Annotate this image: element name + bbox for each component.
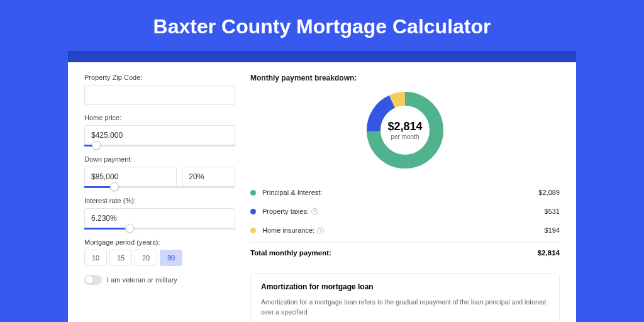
zip-label: Property Zip Code:: [84, 74, 235, 81]
zip-input[interactable]: [84, 85, 235, 105]
down-payment-amount-input[interactable]: [84, 167, 177, 187]
legend-dot-icon: [250, 190, 256, 196]
slider-thumb[interactable]: [92, 141, 101, 150]
down-payment-label: Down payment:: [84, 155, 235, 163]
total-label: Total monthly payment:: [250, 249, 331, 257]
calculator-card: Property Zip Code: Home price: Down paym…: [68, 62, 576, 322]
veteran-label: I am veteran or military: [107, 276, 177, 284]
slider-fill: [84, 228, 130, 230]
period-btn-20[interactable]: 20: [135, 250, 157, 266]
legend-label-text: Property taxes:: [262, 208, 309, 215]
info-icon[interactable]: ?: [311, 208, 318, 215]
donut-sub: per month: [391, 133, 419, 140]
legend-insurance: Home insurance: ? $194: [250, 221, 560, 240]
legend-label-text: Home insurance:: [262, 226, 314, 234]
total-row: Total monthly payment: $2,814: [250, 242, 560, 263]
page-title: Baxter County Mortgage Calculator: [0, 0, 644, 51]
legend-dot-icon: [250, 228, 256, 233]
legend-value: $194: [545, 226, 560, 234]
donut-chart-wrap: $2,814 per month: [250, 90, 560, 170]
mortgage-period-field: Mortgage period (years): 10 15 20 30: [84, 238, 235, 266]
info-icon[interactable]: ?: [317, 227, 324, 234]
period-buttons: 10 15 20 30: [84, 250, 235, 266]
legend-label: Property taxes: ?: [262, 208, 545, 215]
donut-amount: $2,814: [387, 120, 422, 133]
period-btn-10[interactable]: 10: [84, 250, 107, 266]
home-price-field: Home price:: [84, 114, 235, 147]
mortgage-period-label: Mortgage period (years):: [84, 238, 235, 246]
veteran-toggle[interactable]: [84, 275, 102, 285]
legend-principal: Principal & Interest: $2,089: [250, 183, 560, 202]
down-payment-percent-input[interactable]: [182, 167, 235, 187]
down-payment-slider[interactable]: [84, 186, 235, 188]
interest-rate-input[interactable]: [84, 208, 235, 228]
amortization-text: Amortization for a mortgage loan refers …: [261, 297, 549, 318]
home-price-input[interactable]: [84, 125, 235, 145]
legend-dot-icon: [250, 209, 256, 214]
legend-label-text: Principal & Interest:: [262, 189, 322, 196]
slider-thumb[interactable]: [125, 224, 134, 233]
total-value: $2,814: [538, 249, 560, 257]
home-price-slider[interactable]: [84, 145, 235, 147]
amortization-title: Amortization for mortgage loan: [261, 282, 549, 291]
zip-field: Property Zip Code:: [84, 74, 235, 105]
results-panel: Monthly payment breakdown: $2,814 per mo…: [250, 74, 560, 322]
period-btn-15[interactable]: 15: [109, 250, 132, 266]
interest-rate-label: Interest rate (%):: [84, 197, 235, 204]
legend-value: $2,089: [538, 189, 560, 196]
donut-center: $2,814 per month: [365, 90, 445, 170]
inputs-panel: Property Zip Code: Home price: Down paym…: [84, 74, 235, 322]
interest-rate-field: Interest rate (%):: [84, 197, 235, 230]
amortization-section: Amortization for mortgage loan Amortizat…: [250, 273, 560, 322]
breakdown-title: Monthly payment breakdown:: [250, 74, 560, 82]
period-btn-30[interactable]: 30: [160, 250, 182, 266]
legend-value: $531: [545, 208, 560, 215]
interest-rate-slider[interactable]: [84, 228, 235, 230]
legend-label: Principal & Interest:: [262, 189, 538, 196]
donut-chart: $2,814 per month: [365, 90, 445, 170]
home-price-label: Home price:: [84, 114, 235, 121]
legend-label: Home insurance: ?: [262, 226, 545, 234]
legend-taxes: Property taxes: ? $531: [250, 202, 560, 221]
veteran-toggle-row: I am veteran or military: [84, 275, 235, 285]
down-payment-field: Down payment:: [84, 155, 235, 188]
slider-thumb[interactable]: [110, 182, 119, 191]
